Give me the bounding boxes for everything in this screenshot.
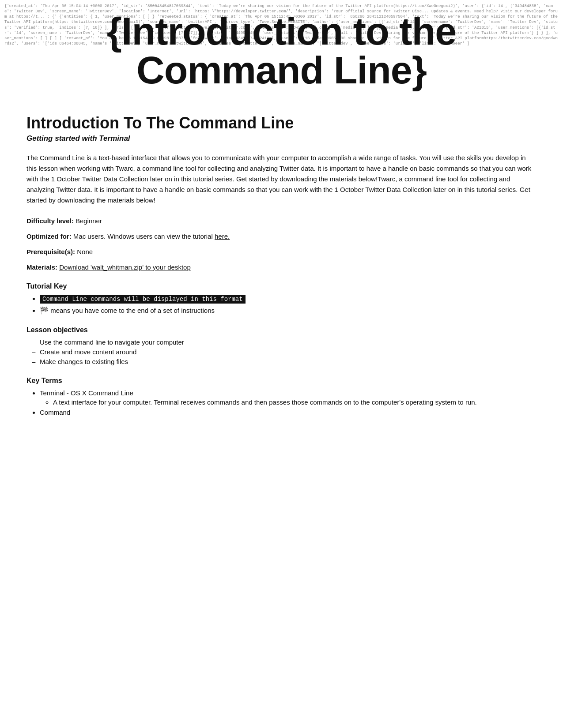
- difficulty-value-text: Beginner: [76, 217, 102, 225]
- page-title: Introduction To The Command Line: [26, 114, 537, 132]
- materials-block: Materials: Download 'walt_whitman.zip' t…: [26, 263, 537, 271]
- hero-banner: {'created_at': 'Thu Apr 06 15:04:14 +000…: [0, 0, 563, 101]
- code-format-label: Command Line commands will be displayed …: [40, 295, 246, 304]
- main-content: Introduction To The Command Line Getting…: [0, 101, 563, 436]
- prerequisite-value-text: None: [77, 248, 93, 255]
- key-term-terminal-sub: A text interface for your computer. Term…: [40, 398, 537, 406]
- optimized-value-text: Mac users. Windows users can view the tu…: [73, 233, 215, 240]
- hero-line1: {Introduction to the: [107, 12, 456, 51]
- optimized-block: Optimized for: Mac users. Windows users …: [26, 233, 537, 240]
- tutorial-key-item-1: Command Line commands will be displayed …: [40, 295, 537, 303]
- difficulty-block: Difficulty level: Beginner: [26, 217, 537, 225]
- prerequisite-block: Prerequisite(s): None: [26, 248, 537, 255]
- hero-line2: Command Line}: [136, 51, 427, 90]
- hero-title-overlay: {Introduction to the Command Line}: [0, 0, 563, 101]
- key-terms-heading: Key Terms: [26, 377, 537, 385]
- lesson-objectives-list: Use the command line to navigate your co…: [26, 338, 537, 365]
- key-term-terminal-label: Terminal - OS X Command Line: [40, 389, 133, 397]
- hero-background-text: {'created_at': 'Thu Apr 06 15:04:14 +000…: [0, 0, 563, 101]
- tutorial-key-item-2-text: means you have come to the end of a set …: [49, 307, 215, 314]
- tutorial-key-item-2: 🏁 means you have come to the end of a se…: [40, 306, 537, 315]
- key-term-command-label: Command: [40, 409, 70, 416]
- key-term-terminal: Terminal - OS X Command Line A text inte…: [40, 389, 537, 406]
- tutorial-key-list: Command Line commands will be displayed …: [26, 295, 537, 315]
- lesson-obj-item-1: Use the command line to navigate your co…: [40, 338, 537, 346]
- key-term-command: Command: [40, 409, 537, 416]
- key-terms-list: Terminal - OS X Command Line A text inte…: [26, 389, 537, 416]
- prerequisite-label: Prerequisite(s):: [26, 248, 75, 255]
- optimized-label: Optimized for:: [26, 233, 72, 240]
- flag-icon: 🏁: [40, 307, 49, 314]
- intro-paragraph: The Command Line is a text-based interfa…: [26, 153, 537, 206]
- lesson-obj-item-3: Make changes to existing files: [40, 358, 537, 365]
- tutorial-key-heading: Tutorial Key: [26, 282, 537, 290]
- optimized-here-link[interactable]: here.: [215, 233, 230, 240]
- twarc-link[interactable]: Twarc: [378, 175, 395, 183]
- lesson-obj-item-2: Create and move content around: [40, 348, 537, 356]
- materials-label: Materials:: [26, 263, 57, 271]
- key-term-terminal-sub-item-1: A text interface for your computer. Term…: [53, 398, 537, 406]
- materials-link[interactable]: Download 'walt_whitman.zip' to your desk…: [59, 263, 191, 271]
- lesson-objectives-heading: Lesson objectives: [26, 326, 537, 334]
- difficulty-label: Difficulty level:: [26, 217, 74, 225]
- subtitle: Getting started with Terminal: [26, 134, 537, 143]
